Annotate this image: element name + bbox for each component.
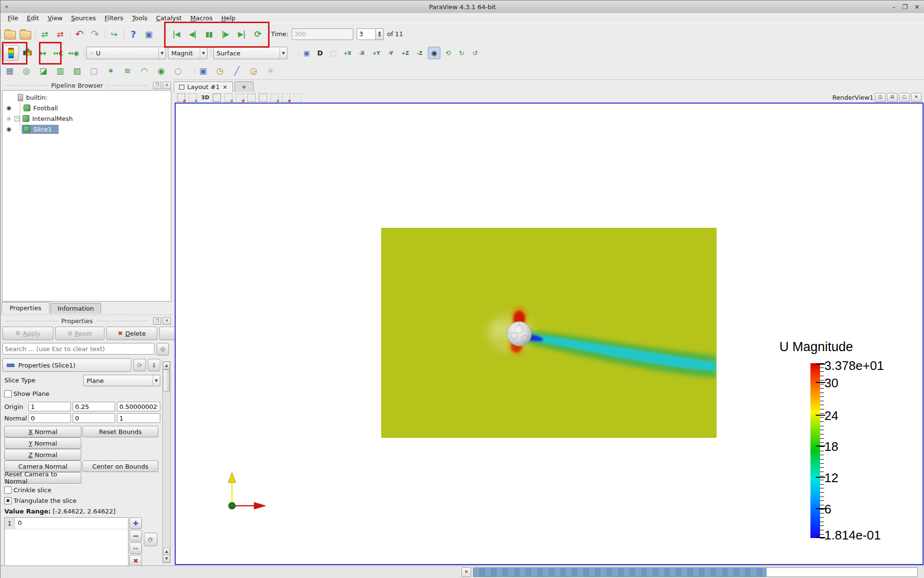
rescale-to-data-range-icon[interactable]: ↔ [36,46,50,60]
rescale-to-visible-range-icon[interactable]: ↔◉ [67,46,80,60]
reset-camera-icon[interactable]: ▣ [301,47,312,59]
glyph-icon[interactable]: ✶ [104,65,117,77]
menu-help[interactable]: Help [217,13,240,23]
dock-float-icon[interactable]: ❐ [153,82,161,89]
extract-subset-icon[interactable]: ▢ [88,65,100,77]
menu-edit[interactable]: Edit [23,13,43,23]
undo-icon[interactable]: ↶ [73,27,86,41]
normal-y-field[interactable] [73,413,115,423]
previous-frame-icon[interactable]: ◀| [185,27,200,41]
abort-progress-icon[interactable]: ✖ [462,567,471,577]
calculator-icon[interactable]: ▦ [3,65,16,77]
rotate-90-cw-icon[interactable]: ↻ [456,47,467,59]
scroll-up-icon[interactable]: ▲ [163,548,170,555]
rotate-camera-ccw-icon[interactable]: ⟲ [442,47,454,59]
close-icon[interactable]: ✕ [914,3,920,11]
reload-properties-icon[interactable]: ⟳ [133,359,146,371]
zoom-to-data-icon[interactable]: D [314,47,326,59]
origin-y-field[interactable] [73,402,115,411]
save-data-icon[interactable] [19,27,32,41]
save-defaults-icon[interactable]: ⇓ [148,359,160,371]
pause-icon[interactable]: ▮▮ [202,27,216,41]
maximize-icon[interactable]: ❐ [902,3,908,11]
offset-value-cell[interactable]: 0 [15,518,128,529]
probe-location-icon[interactable]: ✳ [264,65,277,77]
rescale-to-custom-range-icon[interactable]: ↔C [51,46,65,60]
frame-spin-down-icon[interactable]: ▼ [376,34,383,38]
scroll-up-icon[interactable]: ▲ [163,362,170,369]
tab-close-icon[interactable]: × [223,84,228,91]
stream-tracer-icon[interactable]: ≋ [121,65,134,77]
menu-macros[interactable]: Macros [186,13,217,23]
set-view-direction-pos-x-icon[interactable]: +X [341,47,354,59]
group-datasets-icon[interactable]: ◉ [155,65,167,77]
reset-button[interactable]: ⊘Reset [55,327,104,340]
crinkle-slice-checkbox[interactable] [4,486,12,494]
zoom-to-box-icon[interactable] [213,93,221,102]
search-input[interactable] [2,343,154,355]
set-view-direction-neg-y-icon[interactable]: -Y [385,47,397,59]
plot-over-line-icon[interactable]: ╱ [231,65,243,77]
edit-color-map-icon[interactable] [3,45,19,61]
plot-selection-over-time-icon[interactable]: ◷ [214,65,226,77]
menu-filters[interactable]: Filters [100,13,128,23]
interactive-select-points-icon[interactable] [282,93,290,102]
set-view-direction-pos-z-icon[interactable]: +Z [399,47,411,59]
select-points-on-icon[interactable] [189,93,197,102]
origin-z-field[interactable] [117,402,160,411]
interactive-select-cells-icon[interactable] [270,93,279,102]
contour-icon[interactable]: ◎ [20,65,33,77]
loop-icon[interactable]: ⟳ [251,27,265,41]
reset-bounds-button[interactable]: Reset Bounds [82,426,158,437]
pipeline-item-internalmesh[interactable]: ◉ − InternalMesh [2,113,171,124]
set-view-direction-pos-y-icon[interactable]: +Y [370,47,383,59]
reset-camera-to-normal-button[interactable]: Reset Camera to Normal [4,472,81,484]
normal-z-field[interactable] [117,413,160,423]
help-icon[interactable]: ? [127,27,140,41]
visibility-eye-icon[interactable]: ◉ [6,115,13,122]
select-points-region-icon[interactable] [236,93,244,102]
extract-level-icon[interactable]: ○ [172,65,184,77]
properties-group-header[interactable]: Properties (Slice1) [2,358,131,372]
set-view-direction-neg-z-icon[interactable]: -Z [413,47,426,59]
fill-range-icon[interactable]: ↔ [129,542,142,554]
add-value-icon[interactable]: ✚ [129,517,142,529]
tab-layout-1[interactable]: Layout #1 × [174,81,233,92]
hover-points-icon[interactable] [294,93,302,102]
dock-close-icon[interactable]: ✕ [163,317,171,325]
first-frame-icon[interactable]: |◀ [169,27,183,41]
close-view-icon[interactable]: ✕ [911,93,922,102]
collapse-expander-icon[interactable]: − [14,116,20,121]
set-view-direction-neg-x-icon[interactable]: -X [356,47,368,59]
visibility-eye-icon[interactable]: ◉ [6,105,13,111]
maximize-view-icon[interactable]: □ [899,93,910,102]
remove-all-icon[interactable]: ✖ [129,555,142,566]
split-horizontal-icon[interactable]: ◫ [875,93,886,102]
plot-data-over-time-icon[interactable]: ◶ [247,65,260,77]
vector-component-combo[interactable]: Magnitude ▼ [168,47,207,59]
interaction-mode-3d-label[interactable]: 3D [201,94,209,101]
pipeline-item-football[interactable]: ◉ Football [2,103,171,113]
frame-index-spinbox[interactable] [357,28,376,40]
threshold-icon[interactable]: ▧ [71,65,83,77]
dock-close-icon[interactable]: ✕ [163,82,171,89]
menu-view[interactable]: View [43,13,67,23]
rubber-band-zoom-icon[interactable]: ⬚ [328,47,339,59]
show-plane-checkbox[interactable] [4,390,12,397]
play-icon[interactable]: |▶ [218,27,232,41]
open-file-icon[interactable] [3,27,17,41]
redo-icon[interactable]: ↷ [88,27,102,41]
select-points-through-icon[interactable] [259,93,267,102]
reset-to-default-icon[interactable]: ⟳ [144,533,157,546]
remove-value-icon[interactable]: − [129,530,142,541]
menu-tools[interactable]: Tools [128,13,152,23]
whats-this-icon[interactable]: ▣ [142,27,155,41]
select-cells-region-icon[interactable] [224,93,232,102]
show-orientation-axes-icon[interactable]: ◉ [428,47,440,59]
scrollbar-thumb[interactable] [163,369,170,392]
next-frame-icon[interactable]: ▶| [234,27,249,41]
z-normal-button[interactable]: Z Normal [4,449,81,460]
representation-combo[interactable]: Surface ▼ [213,47,287,59]
menu-catalyst[interactable]: Catalyst [152,13,186,23]
menu-file[interactable]: File [3,13,23,23]
